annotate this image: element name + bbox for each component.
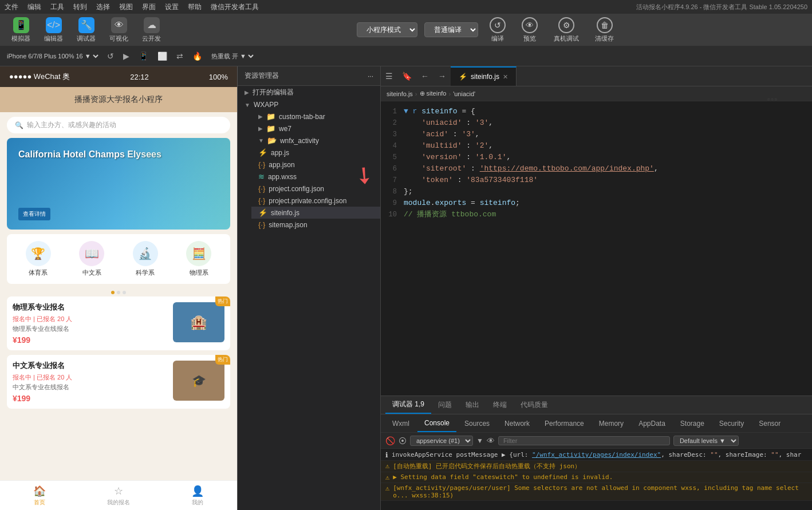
menu-help[interactable]: 帮助 — [188, 2, 202, 12]
menu-interface[interactable]: 界面 — [142, 2, 156, 12]
card-price: ¥199 — [13, 335, 167, 345]
menu-tools[interactable]: 工具 — [50, 2, 64, 12]
file-sitemap-json[interactable]: {·} sitemap.json — [251, 219, 380, 231]
file-project-private[interactable]: {·} project.private.config.json — [251, 195, 380, 207]
console-filter-input[interactable] — [498, 436, 670, 445]
visual-button[interactable]: 👁 可视化 — [105, 15, 133, 45]
phone-icon[interactable]: 📱 — [136, 50, 151, 62]
bookmark-icon[interactable]: 🔖 — [397, 66, 416, 86]
eye-icon[interactable]: 👁 — [487, 436, 495, 445]
breadcrumb-module[interactable]: ⊕ siteinfo — [420, 90, 447, 97]
device-select[interactable]: iPhone 6/7/8 Plus 100% 16 ▼ — [5, 52, 100, 60]
tab-siteinfo-js[interactable]: ⚡ siteinfo.js ✕ — [451, 66, 517, 86]
dt-tab-memory[interactable]: Memory — [592, 414, 630, 432]
breadcrumb-prop[interactable]: 'uniacid' — [453, 90, 475, 97]
dt-tab-network[interactable]: Network — [498, 414, 537, 432]
console-text-4: [wnfx_activity/pages/user/user] Some sel… — [393, 484, 807, 499]
cloud-button[interactable]: ☁ 云开发 — [137, 15, 165, 45]
dt-tab-console[interactable]: Console — [417, 414, 456, 432]
dots-indicator — [0, 288, 237, 296]
rotate-icon[interactable]: ⇄ — [174, 50, 186, 62]
breadcrumb-siteinfo[interactable]: siteinfo.js — [387, 90, 413, 97]
folder-wnfx-activity[interactable]: ▼ 📂 wnfx_activity — [251, 135, 380, 147]
close-tab-icon[interactable]: ✕ — [503, 73, 508, 81]
nav-home[interactable]: 🏠 首页 — [0, 481, 79, 510]
more-options-icon[interactable]: ··· — [368, 72, 373, 80]
menu-wechat-tools[interactable]: 微信开发者工具 — [211, 2, 259, 12]
card-physics[interactable]: 物理系专业报名 报名中 | 已报名 20 人 物理系专业在线报名 ¥199 🏨 … — [7, 296, 230, 350]
appservice-select[interactable]: appservice (#1) — [410, 436, 473, 446]
code-area[interactable]: 1 ▼ r siteinfo = { 2 'uniacid' : '3', 3 … — [381, 101, 812, 396]
preview-action[interactable]: 👁 预览 — [517, 15, 542, 45]
collapse-icon: ▶ — [245, 89, 249, 96]
menu-select[interactable]: 选择 — [96, 2, 110, 12]
real-debug-action[interactable]: ⚙ 真机调试 — [549, 15, 584, 45]
compile-action[interactable]: ↺ 编译 — [485, 15, 510, 45]
dt-tab-appdata[interactable]: AppData — [632, 414, 672, 432]
forward-icon[interactable]: → — [433, 66, 451, 86]
debug-button[interactable]: 🔧 调试器 — [72, 15, 100, 45]
dt-tab-storage[interactable]: Storage — [673, 414, 711, 432]
clear-action[interactable]: 🗑 清缓存 — [590, 15, 618, 45]
warning-icon-3: ⚠ — [385, 484, 389, 492]
clear-console-icon[interactable]: 🚫 — [385, 436, 395, 445]
nav-profile[interactable]: 👤 我的 — [158, 481, 237, 510]
tab-output[interactable]: 输出 — [459, 396, 486, 414]
category-science[interactable]: 🔬 科学系 — [133, 241, 158, 277]
hotreload-select[interactable]: 热重载 开 ▼ — [209, 52, 255, 60]
card-chinese-info: 中文系专业报名 报名中 | 已报名 20 人 中文系专业在线报名 ¥199 — [13, 361, 167, 403]
dt-tab-security[interactable]: Security — [712, 414, 751, 432]
nav-registration[interactable]: ☆ 我的报名 — [79, 481, 158, 510]
card-chinese[interactable]: 中文系专业报名 报名中 | 已报名 20 人 中文系专业在线报名 ¥199 🎓 … — [7, 355, 230, 409]
log-levels-select[interactable]: Default levels ▼ — [673, 436, 739, 446]
tab-debugger[interactable]: 调试器 1,9 — [385, 396, 431, 414]
dot-1 — [117, 291, 120, 294]
banner-button[interactable]: 查看详情 — [18, 208, 50, 220]
category-chinese[interactable]: 📖 中文系 — [79, 241, 104, 277]
play-icon[interactable]: ▶ — [121, 50, 132, 62]
refresh-icon[interactable]: ↺ — [105, 50, 116, 62]
file-siteinfo-js[interactable]: ⚡ siteinfo.js — [251, 207, 380, 219]
compile-select[interactable]: 普通编译 — [424, 22, 478, 37]
folder-we7[interactable]: ▶ 📁 we7 — [251, 122, 380, 135]
menu-edit[interactable]: 编辑 — [27, 2, 41, 12]
physics-label: 物理系 — [190, 268, 208, 277]
phone-body[interactable]: 🔍 输入主办方、或感兴趣的活动 California Hotel Champs … — [0, 112, 237, 480]
json-file-icon: {·} — [258, 184, 265, 193]
dt-tab-sensor[interactable]: Sensor — [752, 414, 787, 432]
real-debug-label: 真机调试 — [554, 34, 579, 43]
open-editors-section[interactable]: ▶ 打开的编辑器 — [238, 86, 380, 99]
dt-tab-wxml[interactable]: Wxml — [385, 414, 416, 432]
dt-tab-sources[interactable]: Sources — [458, 414, 496, 432]
mode-select[interactable]: 小程序模式 — [357, 22, 417, 37]
console-area[interactable]: ℹ invokeAppService postMessage ▶ {url: "… — [381, 449, 812, 510]
wxapp-section[interactable]: ▼ WXAPP — [238, 99, 380, 110]
dt-tab-performance[interactable]: Performance — [538, 414, 591, 432]
menu-file[interactable]: 文件 — [5, 2, 18, 12]
pause-on-exception-icon[interactable]: ⦿ — [399, 436, 407, 445]
thumb-icon: 🏨 — [190, 314, 207, 330]
tab-issues[interactable]: 问题 — [431, 396, 459, 414]
screenshot-icon[interactable]: ⬜ — [155, 50, 170, 62]
js-file-icon-active: ⚡ — [258, 208, 267, 217]
category-sport[interactable]: 🏆 体育系 — [26, 241, 51, 277]
menu-goto[interactable]: 转到 — [73, 2, 87, 12]
file-app-js[interactable]: ⚡ app.js — [251, 147, 380, 159]
menu-settings[interactable]: 设置 — [165, 2, 179, 12]
editor-button[interactable]: </> 编辑器 — [40, 15, 68, 45]
menu-view[interactable]: 视图 — [119, 2, 133, 12]
category-physics[interactable]: 🧮 物理系 — [186, 241, 211, 277]
folder-custom-tab-bar[interactable]: ▶ 📁 custom-tab-bar — [251, 110, 380, 122]
breadcrumb-menu-icon[interactable]: ☰ — [381, 66, 397, 86]
devtools-toolbar: 🚫 ⦿ appservice (#1) ▼ 👁 Default levels ▼ — [381, 433, 812, 449]
back-icon[interactable]: ← — [416, 66, 433, 86]
preview-label: 预览 — [523, 34, 536, 43]
devtools-tabs: Wxml Console Sources Network Performance… — [381, 414, 812, 433]
phone-frame: ●●●●● WeChat 奥 22:12 100% 播播资源大学报名小程序 ••… — [0, 66, 237, 510]
tab-terminal[interactable]: 终端 — [486, 396, 514, 414]
category-grid: 🏆 体育系 📖 中文系 🔬 科学系 🧮 物理系 — [7, 234, 230, 284]
hotreload-icon[interactable]: 🔥 — [190, 50, 204, 62]
simulator-button[interactable]: 📱 模拟器 — [7, 15, 35, 45]
tab-code-quality[interactable]: 代码质量 — [514, 396, 555, 414]
search-bar[interactable]: 🔍 输入主办方、或感兴趣的活动 — [7, 117, 230, 133]
